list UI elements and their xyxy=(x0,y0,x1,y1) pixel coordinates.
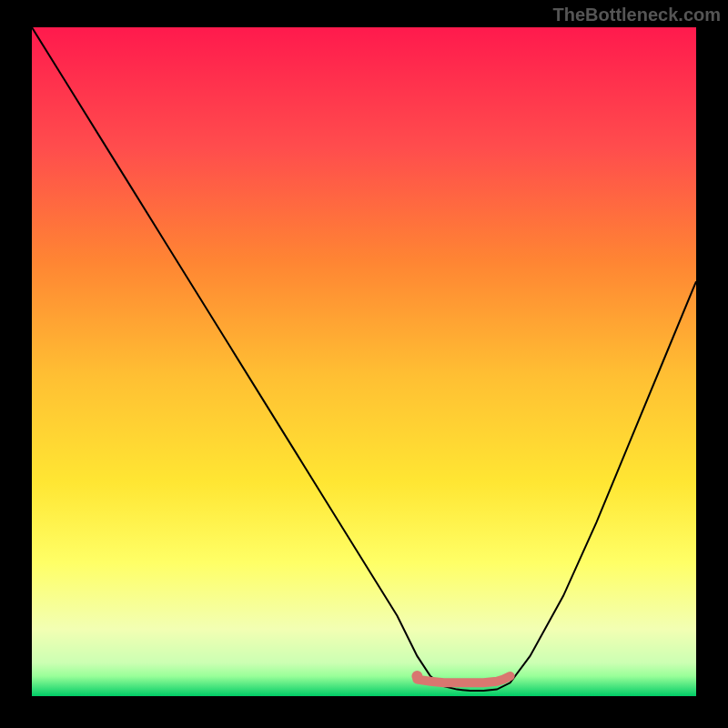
plot-area xyxy=(32,27,696,696)
gradient-background xyxy=(32,27,696,696)
chart-svg xyxy=(32,27,696,696)
chart-container: { "watermark": "TheBottleneck.com", "cha… xyxy=(0,0,728,728)
highlight-dot xyxy=(411,671,422,682)
watermark-text: TheBottleneck.com xyxy=(553,5,721,25)
